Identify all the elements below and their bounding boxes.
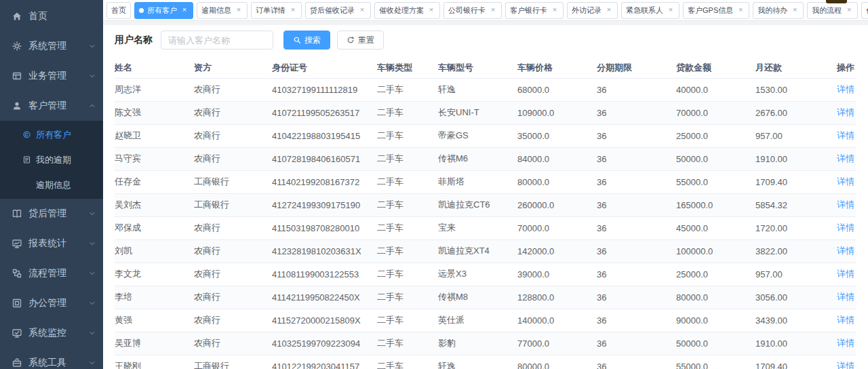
- table-cell: 36: [597, 101, 676, 124]
- tab-all-customers[interactable]: 所有客户×: [134, 2, 193, 19]
- tab-overdue-info[interactable]: 逾期信息×: [197, 2, 248, 19]
- table-cell-operation: 详情: [835, 239, 856, 263]
- table-cell: 80000.0: [517, 355, 597, 369]
- customer-name-input[interactable]: [161, 31, 273, 50]
- table-cell: 36: [597, 332, 676, 355]
- close-icon[interactable]: ×: [667, 6, 675, 14]
- close-icon[interactable]: ×: [235, 6, 243, 14]
- table-cell: 吴亚博: [115, 332, 194, 355]
- close-icon[interactable]: ×: [551, 6, 559, 14]
- table-cell: 吴刘杰: [115, 193, 194, 216]
- table-cell: 1709.40: [755, 355, 835, 369]
- sidebar-item-business[interactable]: 业务管理: [0, 61, 103, 91]
- customer-table-wrap: 姓名资方身份证号车辆类型车辆型号车辆价格分期期限贷款金额月还款操作 周志洋农商行…: [103, 55, 868, 369]
- sidebar-item-customer[interactable]: 客户管理: [0, 91, 103, 121]
- search-icon: [293, 36, 301, 44]
- close-icon[interactable]: ×: [736, 6, 745, 14]
- detail-link[interactable]: 详情: [837, 199, 854, 210]
- reset-button[interactable]: 重置: [337, 31, 384, 50]
- close-icon[interactable]: ×: [358, 6, 366, 14]
- table-cell-operation: 详情: [835, 193, 856, 216]
- table-row: 吴刘杰工商银行412724199309175190二手车凯迪拉克CT626000…: [115, 193, 856, 216]
- tab-collection-records[interactable]: 贷后催收记录×: [305, 2, 371, 19]
- detail-link[interactable]: 详情: [837, 130, 854, 140]
- home-icon: [12, 11, 22, 22]
- tab-order-detail[interactable]: 订单详情×: [251, 2, 302, 19]
- detail-link[interactable]: 详情: [837, 338, 854, 348]
- table-cell: 165000.0: [676, 193, 755, 216]
- sidebar-item-reports[interactable]: 报表统计: [0, 229, 103, 258]
- table-cell-operation: 详情: [835, 286, 856, 309]
- sidebar-item-label: 系统管理: [28, 40, 88, 52]
- tab-my-todo[interactable]: 我的待办×: [753, 2, 804, 19]
- table-cell: 传祺M6: [438, 147, 517, 170]
- tab-my-process[interactable]: 我的流程×: [807, 2, 858, 19]
- table-cell: 二手车: [377, 147, 438, 170]
- table-cell: 957.00: [755, 263, 835, 286]
- close-icon[interactable]: ×: [180, 6, 189, 14]
- detail-link[interactable]: 详情: [837, 176, 854, 187]
- tab-home[interactable]: 首页: [106, 2, 131, 19]
- detail-link[interactable]: 详情: [837, 361, 854, 369]
- close-icon[interactable]: ×: [289, 6, 297, 14]
- copyright-icon: [22, 130, 31, 139]
- table-cell: 李培: [115, 286, 194, 309]
- table-cell: 36: [597, 286, 676, 309]
- detail-link[interactable]: 详情: [837, 246, 854, 256]
- detail-link[interactable]: 详情: [837, 107, 854, 117]
- table-cell: 农商行: [194, 147, 272, 170]
- detail-link[interactable]: 详情: [837, 292, 854, 302]
- tab-visit-records[interactable]: 外访记录×: [567, 2, 618, 19]
- close-icon[interactable]: ×: [605, 6, 613, 14]
- table-cell: 45000.0: [676, 216, 755, 239]
- search-button[interactable]: 搜索: [283, 31, 330, 50]
- tab-customer-bank-card[interactable]: 客户银行卡×: [505, 2, 564, 19]
- table-cell: 轩逸: [438, 355, 517, 369]
- sidebar-subitem-all-customers[interactable]: 所有客户: [0, 122, 103, 147]
- tab-collection-plan[interactable]: 催收处理方案×: [374, 2, 440, 19]
- sidebar-item-home[interactable]: 首页: [0, 1, 103, 31]
- detail-link[interactable]: 详情: [837, 153, 854, 163]
- table-cell: 412724199309175190: [272, 193, 377, 216]
- sidebar-item-monitor[interactable]: 系统监控: [0, 318, 103, 348]
- sidebar-item-process[interactable]: 流程管理: [0, 258, 103, 288]
- table-cell: 农商行: [194, 78, 272, 101]
- close-icon[interactable]: ×: [427, 6, 435, 14]
- sidebar-subitem-overdue-info[interactable]: 逾期信息: [0, 172, 103, 197]
- detail-link[interactable]: 详情: [837, 269, 854, 279]
- tab-emergency-contacts[interactable]: 紧急联系人×: [621, 2, 679, 19]
- table-cell: 68000.0: [517, 78, 597, 101]
- tab-label: 所有客户: [147, 5, 177, 16]
- detail-link[interactable]: 详情: [837, 222, 854, 233]
- sidebar-item-label: 系统监控: [28, 327, 88, 339]
- sidebar-subitem-label: 我的逾期: [36, 154, 71, 166]
- tab-customer-gps[interactable]: 客户GPS信息×: [683, 2, 749, 19]
- tab-company-bank-card[interactable]: 公司银行卡×: [443, 2, 502, 19]
- table-body: 周志洋农商行410327199111112819二手车轩逸68000.03640…: [115, 78, 856, 369]
- sidebar-item-tools[interactable]: 系统工具: [0, 348, 103, 369]
- close-icon[interactable]: ×: [845, 6, 853, 14]
- sidebar-item-office[interactable]: 办公管理: [0, 288, 103, 318]
- detail-link[interactable]: 详情: [837, 84, 854, 94]
- detail-link[interactable]: 详情: [837, 315, 854, 325]
- column-header: 姓名: [115, 58, 194, 78]
- tab-sign-tasks[interactable]: 代签任务×: [861, 2, 868, 19]
- sidebar-item-system[interactable]: 系统管理: [0, 31, 103, 61]
- table-cell-operation: 详情: [835, 216, 856, 239]
- sidebar-subitem-my-overdue[interactable]: 我的逾期: [0, 147, 103, 172]
- close-icon[interactable]: ×: [791, 6, 799, 14]
- table-cell: 1720.00: [755, 216, 835, 239]
- table-cell: 70000.0: [676, 101, 755, 124]
- column-header: 车辆类型: [377, 58, 438, 78]
- close-icon[interactable]: ×: [489, 6, 497, 14]
- table-cell: 二手车: [377, 101, 438, 124]
- search-button-label: 搜索: [304, 35, 321, 46]
- sidebar: 首页系统管理业务管理客户管理所有客户我的逾期逾期信息贷后管理报表统计流程管理办公…: [0, 0, 103, 369]
- sidebar-item-post-loan[interactable]: 贷后管理: [0, 199, 103, 229]
- table-cell: 1709.40: [755, 170, 835, 193]
- table-cell: 菲斯塔: [438, 170, 517, 193]
- table-row: 任存金工商银行411402199208167372二手车菲斯塔80000.036…: [115, 170, 856, 193]
- table-cell-operation: 详情: [835, 355, 856, 369]
- office-icon: [12, 298, 22, 309]
- table-cell: 工商银行: [194, 193, 272, 216]
